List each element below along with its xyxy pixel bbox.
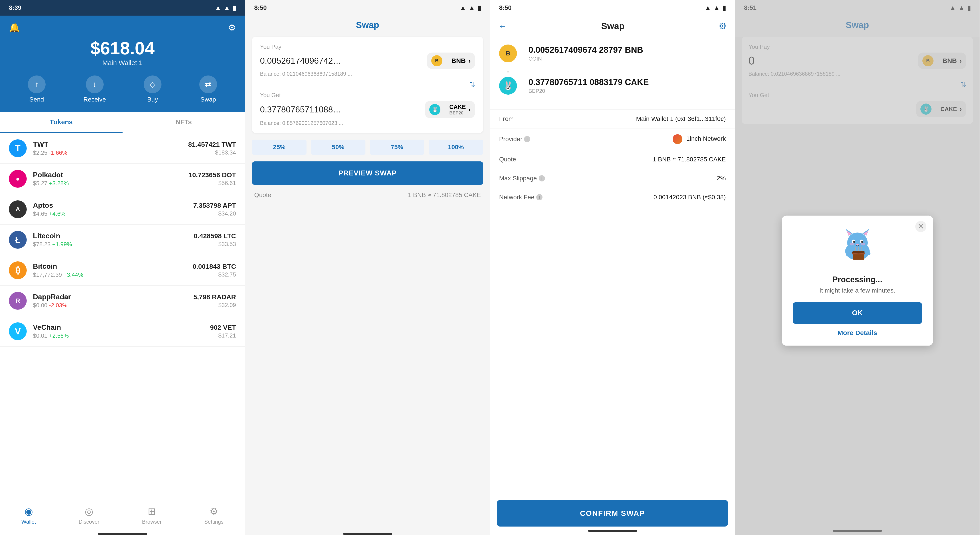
- from-wallet-row: From Main Wallet 1 (0xF36f1...311f0c): [490, 109, 735, 128]
- back-icon-p3[interactable]: ←: [498, 21, 507, 31]
- mascot-svg: [840, 227, 875, 262]
- percent-100-button[interactable]: 100%: [429, 140, 483, 155]
- confirm-swap-button[interactable]: CONFIRM SWAP: [497, 500, 728, 527]
- modal-close-button[interactable]: ✕: [915, 221, 926, 232]
- token-change: +3.44%: [64, 271, 83, 278]
- twt-icon: T: [9, 139, 27, 157]
- to-token-info: 0.37780765711 0883179 CAKE BEP20: [528, 77, 649, 94]
- tab-nfts[interactable]: NFTs: [123, 112, 245, 133]
- swap-switch-icon[interactable]: ⇅: [260, 77, 475, 92]
- time-p2: 8:50: [254, 4, 267, 11]
- token-info-btc: Bitcoin $17,772.39 +3.44%: [33, 262, 192, 278]
- discover-nav-label: Discover: [78, 519, 99, 525]
- modal-title: Processing...: [793, 275, 922, 284]
- token-change: -2.03%: [49, 302, 67, 308]
- gear-icon-p3[interactable]: ⚙: [719, 21, 727, 31]
- to-token-icon: 🐰: [499, 77, 517, 94]
- home-bar: [98, 533, 147, 535]
- percent-25-button[interactable]: 25%: [252, 140, 307, 155]
- modal-details-button[interactable]: More Details: [837, 329, 877, 337]
- modal-mascot-icon: [793, 227, 922, 268]
- fee-row: Network Fee i 0.00142023 BNB (≈$0.38): [490, 188, 735, 207]
- list-item[interactable]: ● Polkadot $5.27 +3.28% 10.723656 DOT $5…: [0, 164, 245, 194]
- nav-wallet[interactable]: ◉ Wallet: [21, 506, 36, 525]
- pay-input-row: 0.00526174096742… B BNB ›: [260, 53, 475, 69]
- token-amount-dot: 10.723656 DOT $56.61: [189, 171, 236, 187]
- wifi-icon-p3: ▲: [705, 4, 711, 11]
- get-token-chevron: ›: [468, 106, 471, 113]
- pay-amount[interactable]: 0.00526174096742…: [260, 56, 385, 65]
- token-amount-twt: 81.457421 TWT $183.34: [188, 141, 236, 156]
- status-icons-p3: ▲ ▲ ▮: [705, 4, 726, 11]
- token-info-twt: TWT $2.25 -1.66%: [33, 140, 188, 156]
- to-token-row: 🐰 0.37780765711 0883179 CAKE BEP20: [499, 77, 726, 94]
- token-info-radar: DappRadar $0.00 -2.03%: [33, 293, 193, 309]
- token-change: -1.66%: [49, 149, 67, 156]
- swap-icon: ⇄: [199, 75, 217, 93]
- get-token-button[interactable]: 🐰 CAKE BEP20 ›: [425, 101, 475, 118]
- token-name: Bitcoin: [33, 262, 192, 270]
- token-info-vet: VeChain $0.01 +2.56%: [33, 323, 210, 339]
- list-item[interactable]: A Aptos $4.65 +4.6% 7.353798 APT $34.20: [0, 194, 245, 225]
- quote-label-p3: Quote: [499, 156, 516, 163]
- status-bar-p2: 8:50 ▲ ▲ ▮: [245, 0, 490, 16]
- get-amount[interactable]: 0.37780765711088…: [260, 105, 385, 115]
- list-item[interactable]: V VeChain $0.01 +2.56% 902 VET $17.21: [0, 316, 245, 347]
- list-item[interactable]: T TWT $2.25 -1.66% 81.457421 TWT $183.34: [0, 133, 245, 164]
- swap-info-table: From Main Wallet 1 (0xF36f1...311f0c) Pr…: [490, 109, 735, 207]
- receive-button[interactable]: ↓ Receive: [83, 75, 106, 103]
- get-token-name: CAKE: [449, 104, 466, 110]
- discover-nav-icon: ◎: [85, 506, 93, 517]
- wifi-icon-p2: ▲: [460, 4, 466, 11]
- send-label: Send: [29, 96, 44, 103]
- ltc-icon: Ł: [9, 231, 27, 249]
- you-get-label: You Get: [260, 92, 475, 99]
- modal-ok-button[interactable]: OK: [793, 302, 922, 324]
- quote-value-p3: 1 BNB ≈ 71.802785 CAKE: [653, 156, 726, 163]
- token-price: $5.27 +3.28%: [33, 180, 189, 187]
- list-item[interactable]: Ł Litecoin $78.23 +1.99% 0.428598 LTC $3…: [0, 225, 245, 255]
- list-item[interactable]: R DappRadar $0.00 -2.03% 5,798 RADAR $32…: [0, 286, 245, 316]
- svg-point-10: [856, 244, 859, 245]
- token-name: VeChain: [33, 323, 210, 332]
- slippage-row: Max Slippage i 2%: [490, 169, 735, 188]
- btc-icon: ₿: [9, 261, 27, 279]
- nav-discover[interactable]: ◎ Discover: [78, 506, 99, 525]
- swap-title-p2: Swap: [254, 20, 481, 30]
- get-token-sub: BEP20: [449, 110, 466, 115]
- percent-75-button[interactable]: 75%: [370, 140, 425, 155]
- wallet-nav-icon: ◉: [24, 506, 33, 517]
- token-price: $17,772.39 +3.44%: [33, 271, 192, 278]
- svg-point-1: [847, 232, 868, 253]
- svg-point-9: [861, 241, 863, 243]
- modal-subtitle: It might take a few minutes.: [793, 287, 922, 294]
- notification-icon[interactable]: 🔔: [9, 22, 20, 33]
- slippage-info-icon[interactable]: i: [539, 175, 545, 182]
- get-input-row: 0.37780765711088… 🐰 CAKE BEP20 ›: [260, 101, 475, 118]
- from-token-row: B 0.0052617409674 28797 BNB COIN: [499, 45, 726, 62]
- from-wallet-label: From: [499, 115, 514, 123]
- time-p3: 8:50: [499, 4, 512, 11]
- nav-browser[interactable]: ⊞ Browser: [142, 506, 162, 525]
- nav-settings[interactable]: ⚙ Settings: [204, 506, 224, 525]
- buy-button[interactable]: ◇ Buy: [144, 75, 161, 103]
- provider-info-icon[interactable]: i: [524, 136, 530, 142]
- token-amount-apt: 7.353798 APT $34.20: [193, 202, 236, 217]
- fee-info-icon[interactable]: i: [536, 194, 542, 200]
- tab-tokens[interactable]: Tokens: [0, 112, 123, 133]
- get-balance: Balance: 0.85769001257607023 ...: [260, 120, 475, 126]
- swap-button[interactable]: ⇄ Swap: [199, 75, 217, 103]
- send-button[interactable]: ↑ Send: [28, 75, 46, 103]
- panel-processing: 8:51 ▲ ▲ ▮ Swap You Pay 0 B BNB › Balanc…: [735, 0, 980, 535]
- bnb-pay-icon: B: [431, 55, 442, 66]
- svg-point-11: [850, 243, 854, 245]
- processing-modal: ✕: [782, 216, 933, 345]
- pay-token-button[interactable]: B BNB ›: [427, 53, 475, 69]
- preview-swap-button[interactable]: PREVIEW SWAP: [252, 161, 483, 185]
- list-item[interactable]: ₿ Bitcoin $17,772.39 +3.44% 0.001843 BTC…: [0, 255, 245, 286]
- token-price: $0.00 -2.03%: [33, 302, 193, 309]
- percent-50-button[interactable]: 50%: [311, 140, 366, 155]
- settings-icon[interactable]: ⚙: [228, 22, 236, 33]
- vet-icon: V: [9, 323, 27, 340]
- action-buttons: ↑ Send ↓ Receive ◇ Buy ⇄ Swap: [9, 75, 236, 103]
